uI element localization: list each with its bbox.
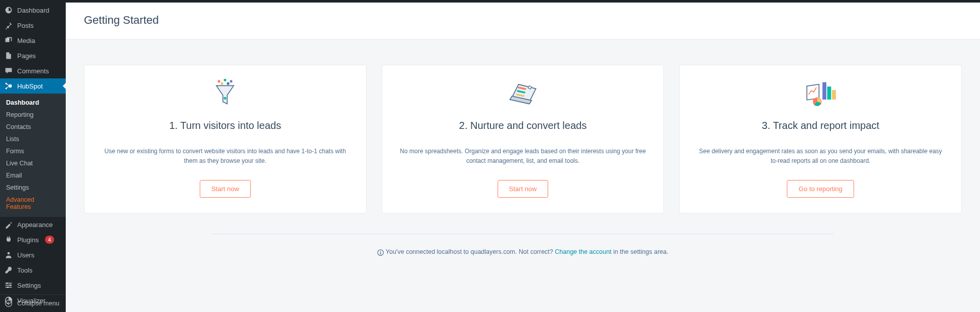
svg-point-9 xyxy=(10,284,11,286)
go-to-reporting-button[interactable]: Go to reporting xyxy=(787,180,854,198)
tools-icon xyxy=(4,265,13,275)
sidebar-item-pages[interactable]: Pages xyxy=(0,48,66,63)
plugins-update-badge: 4 xyxy=(45,236,54,244)
sidebar-item-label: Dashboard xyxy=(17,7,50,14)
sidebar-item-posts[interactable]: Posts xyxy=(0,18,66,33)
laptop-illustration xyxy=(503,75,543,111)
pin-icon xyxy=(4,21,13,30)
sidebar-item-appearance[interactable]: Appearance xyxy=(0,217,66,232)
collapse-menu-button[interactable]: Collapse menu xyxy=(0,294,66,312)
sidebar-item-label: HubSpot xyxy=(17,82,43,90)
page-header: Getting Started xyxy=(66,3,980,39)
sidebar-item-label: Comments xyxy=(17,67,49,75)
svg-point-4 xyxy=(8,252,10,254)
plugin-icon xyxy=(4,235,13,244)
settings-icon xyxy=(4,281,13,290)
sidebar-item-comments[interactable]: Comments xyxy=(0,63,66,78)
card-turn-visitors-into-leads: 1. Turn visitors into leads Use new or e… xyxy=(84,65,367,213)
sidebar-item-label: Pages xyxy=(17,52,36,60)
page-icon xyxy=(4,51,13,60)
svg-point-14 xyxy=(224,79,227,81)
charts-illustration xyxy=(800,75,841,111)
card-title: 3. Track and report impact xyxy=(695,120,946,131)
sidebar-menu: Dashboard Posts Media Pages Comments Hub… xyxy=(0,3,66,308)
svg-point-16 xyxy=(221,82,224,85)
svg-rect-29 xyxy=(380,252,381,254)
sidebar-item-label: Tools xyxy=(17,266,32,274)
connection-status-note: You've connected localhost to quadlayers… xyxy=(66,234,980,270)
sidebar-item-hubspot[interactable]: HubSpot xyxy=(0,78,66,94)
onboarding-cards: 1. Turn visitors into leads Use new or e… xyxy=(66,39,980,229)
sidebar-item-tools[interactable]: Tools xyxy=(0,262,66,278)
svg-point-8 xyxy=(6,282,8,284)
sidebar-item-dashboard[interactable]: Dashboard xyxy=(0,3,66,18)
footer-text-after: in the settings area. xyxy=(611,248,669,255)
start-now-button[interactable]: Start now xyxy=(200,180,251,198)
svg-point-10 xyxy=(7,286,9,288)
main-content: Getting Started 1. Turn visitors into le… xyxy=(66,3,980,312)
info-icon xyxy=(377,249,384,256)
svg-rect-25 xyxy=(832,90,836,100)
sidebar-item-label: Media xyxy=(17,37,35,44)
svg-point-17 xyxy=(227,82,230,85)
submenu-item-live-chat[interactable]: Live Chat xyxy=(0,157,66,169)
svg-point-1 xyxy=(9,84,12,87)
svg-rect-24 xyxy=(827,86,831,100)
change-account-link[interactable]: Change the account xyxy=(555,248,611,255)
card-description: Use new or existing forms to convert web… xyxy=(100,147,351,166)
svg-point-12 xyxy=(6,300,12,307)
comment-icon xyxy=(4,66,13,75)
svg-rect-23 xyxy=(822,82,826,100)
sidebar-item-plugins[interactable]: Plugins 4 xyxy=(0,232,66,247)
submenu-item-forms[interactable]: Forms xyxy=(0,145,66,157)
card-track-report-impact: 3. Track and report impact See delivery … xyxy=(679,65,962,213)
submenu-item-email[interactable]: Email xyxy=(0,169,66,182)
submenu-item-advanced-features[interactable]: Advanced Features xyxy=(0,194,66,213)
sidebar-item-label: Plugins xyxy=(17,236,39,244)
svg-point-13 xyxy=(218,80,220,82)
dashboard-icon xyxy=(4,6,13,15)
submenu-item-contacts[interactable]: Contacts xyxy=(0,121,66,133)
card-title: 2. Nurture and convert leads xyxy=(397,120,649,131)
submenu-item-settings[interactable]: Settings xyxy=(0,182,66,194)
sidebar-item-label: Users xyxy=(17,251,34,259)
svg-point-0 xyxy=(8,38,9,40)
sidebar-item-label: Appearance xyxy=(17,221,53,229)
sidebar-item-settings[interactable]: Settings xyxy=(0,278,66,293)
submenu-item-lists[interactable]: Lists xyxy=(0,133,66,145)
card-description: No more spreadsheets. Organize and engag… xyxy=(397,147,649,166)
footer-text-before: You've connected localhost to quadlayers… xyxy=(386,248,555,255)
sidebar-item-users[interactable]: Users xyxy=(0,247,66,262)
media-icon xyxy=(4,36,13,45)
admin-sidebar: Dashboard Posts Media Pages Comments Hub… xyxy=(0,3,66,312)
submenu-item-reporting[interactable]: Reporting xyxy=(0,109,66,121)
collapse-label: Collapse menu xyxy=(17,300,59,307)
svg-point-18 xyxy=(224,97,227,100)
funnel-illustration xyxy=(205,75,245,111)
users-icon xyxy=(4,250,13,259)
card-description: See delivery and engagement rates as soo… xyxy=(695,147,946,166)
submenu-item-dashboard[interactable]: Dashboard xyxy=(0,97,66,109)
appearance-icon xyxy=(4,220,13,229)
sidebar-item-label: Posts xyxy=(17,22,34,29)
sidebar-submenu: Dashboard Reporting Contacts Lists Forms… xyxy=(0,94,66,217)
collapse-icon xyxy=(4,299,13,308)
svg-point-28 xyxy=(380,251,381,252)
sidebar-item-label: Settings xyxy=(17,282,41,289)
page-title: Getting Started xyxy=(84,14,962,27)
sidebar-item-media[interactable]: Media xyxy=(0,33,66,48)
card-title: 1. Turn visitors into leads xyxy=(100,120,351,131)
hubspot-icon xyxy=(4,81,13,91)
start-now-button[interactable]: Start now xyxy=(498,180,549,198)
card-nurture-convert-leads: 2. Nurture and convert leads No more spr… xyxy=(382,65,664,213)
svg-point-15 xyxy=(230,80,233,82)
